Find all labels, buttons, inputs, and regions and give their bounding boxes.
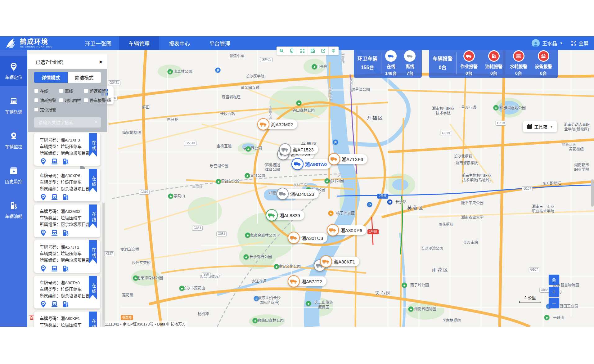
vehicle-card[interactable]: 车牌号码：湘A90TA0车辆类型：垃圾压缩车所属组织：厨余垃圾项目部在线: [34, 276, 100, 308]
browser-scrollbar[interactable]: [591, 179, 594, 207]
bus-icon[interactable]: [51, 301, 58, 309]
checkbox-icon[interactable]: [34, 98, 38, 102]
poi-label: 燕子岭公园: [410, 283, 429, 288]
map-tool-magnifier[interactable]: [277, 47, 287, 55]
checkbox-icon[interactable]: [34, 89, 38, 93]
map-tool-share[interactable]: [318, 47, 329, 55]
bus-icon[interactable]: [51, 265, 58, 273]
vehicle-plate: 车牌号码：湘A80KF1: [40, 315, 96, 322]
poi-label: 湖南农业大学: [461, 215, 484, 220]
fuel-icon[interactable]: [62, 301, 69, 309]
filter-checkbox-2[interactable]: 超速报警: [84, 88, 106, 94]
org-header[interactable]: 已选7个组织 ▶: [28, 54, 107, 69]
m2-badge: 2号线: [377, 194, 388, 199]
vehicle-type: 车辆类型：垃圾压缩车: [40, 322, 96, 327]
search-box[interactable]: [34, 117, 101, 128]
pin-car-icon[interactable]: [40, 158, 47, 166]
fuel-icon[interactable]: [62, 158, 69, 166]
filter-box: 详情模式简洁模式 在线离线超速报警油耗报警超出围栏停车报警定位报警: [28, 69, 107, 132]
fuel-icon[interactable]: [62, 265, 69, 273]
pin-car-icon[interactable]: [40, 265, 47, 273]
vehicle-plate: 车牌号码：湘A90TA0: [40, 280, 96, 286]
district-label: 开福区: [367, 115, 384, 121]
vehicle-plate: 车牌号码：湘A57JT2: [40, 244, 96, 250]
filter-checkbox-4[interactable]: 超出围栏: [59, 97, 84, 103]
poi-label: 银星湾公园: [351, 88, 370, 92]
card-scrollbar-thumb[interactable]: [102, 133, 105, 203]
offline-stat: 离线 7台: [400, 50, 419, 76]
poi-label: 简家坳枢纽: [122, 131, 141, 135]
pin-car-icon[interactable]: [40, 301, 47, 309]
vehicle-card[interactable]: 车牌号码：湘A30XP6车辆类型：垃圾压缩车所属组织：厨余垃圾项目部在线: [34, 169, 100, 201]
poi-label: 杨梅冲: [198, 312, 209, 317]
road-badge: G354: [192, 226, 203, 231]
checkbox-icon[interactable]: [59, 98, 63, 102]
fuel-icon[interactable]: [62, 194, 69, 202]
filter-checkbox-1[interactable]: 离线: [59, 88, 84, 94]
locate-button[interactable]: ◎: [549, 275, 559, 285]
video-icon: [9, 166, 18, 176]
zoom-out-button[interactable]: −: [549, 298, 559, 308]
search-input[interactable]: [38, 120, 95, 125]
org-header-label: 已选7个组织: [35, 58, 63, 65]
filter-checkbox-6[interactable]: 定位报警: [34, 106, 59, 112]
checkbox-icon[interactable]: [84, 89, 88, 93]
bus-icon[interactable]: [51, 194, 58, 202]
alarm-count: 0台: [429, 63, 456, 72]
map-tool-device[interactable]: [287, 47, 298, 55]
sidebar-item-0[interactable]: 车辆定位: [0, 56, 27, 86]
fleet-stat-card: 环卫车辆 155台 在线 148台 离线 7台: [354, 48, 422, 78]
alarm-item-count: 0台: [490, 70, 497, 76]
vehicle-card[interactable]: 车牌号码：湘A80KF1车辆类型：垃圾压缩车所属组织：厨余垃圾项目部在线: [34, 312, 100, 327]
sidebar-item-4[interactable]: 车辆油耗: [0, 195, 27, 225]
zoom-in-button[interactable]: +: [549, 287, 559, 297]
vehicle-plate: 车牌号码：湘A32M02: [40, 208, 96, 215]
map-tool-save[interactable]: [308, 47, 318, 55]
poi-label: 湖南警察学院: [456, 161, 478, 166]
park-poi-icon: ♣: [216, 179, 221, 184]
bus-icon[interactable]: [51, 158, 58, 166]
m1-badge: 1号线: [367, 229, 379, 234]
truck-marker-icon: [266, 209, 278, 221]
expand-right-icon[interactable]: ▶: [100, 59, 103, 64]
district-label: 芙蓉区: [407, 205, 424, 211]
nav-item-0[interactable]: 环卫一张图: [78, 36, 119, 50]
tab-0[interactable]: 详情模式: [34, 72, 68, 83]
vehicle-card[interactable]: 车牌号码：湘A71XF3车辆类型：垃圾压缩车所属组织：厨余垃圾项目部在线: [34, 133, 100, 166]
bus-icon[interactable]: [51, 229, 58, 238]
poi-label: 狮峰山森林公园: [258, 318, 284, 323]
map-tool-expand[interactable]: [297, 47, 308, 55]
user-menu[interactable]: 王水晶 ▼: [532, 39, 563, 47]
toolbox-button[interactable]: 工具箱 ▼: [523, 121, 557, 132]
sidebar-item-1[interactable]: 车辆轨迹: [0, 91, 27, 121]
map-tool-gear[interactable]: [329, 47, 339, 55]
pin-car-icon[interactable]: [40, 229, 47, 238]
vehicle-card[interactable]: 车牌号码：湘A32M02车辆类型：垃圾压缩车所属组织：厨余垃圾项目部在线: [34, 204, 100, 237]
toolbox-icon: [527, 125, 532, 129]
truck-marker-icon: [291, 158, 304, 170]
tab-1[interactable]: 简洁模式: [68, 72, 101, 83]
fuel-icon[interactable]: [62, 229, 69, 238]
checkbox-icon[interactable]: [34, 107, 38, 112]
park-poi-icon: ♣: [493, 105, 499, 110]
vehicle-card[interactable]: 车牌号码：湘A57JT2车辆类型：垃圾压缩车所属组织：厨余垃圾项目部在线: [34, 240, 100, 273]
fullscreen-button[interactable]: 全屏: [571, 39, 588, 47]
search-icon[interactable]: [95, 120, 98, 125]
sidebar-item-2[interactable]: 车辆监控: [0, 126, 27, 155]
filter-checkbox-0[interactable]: 在线: [34, 88, 59, 94]
nav-item-1[interactable]: 车辆管理: [119, 36, 159, 50]
nav-menu: 环卫一张图车辆管理报表中心平台管理: [78, 36, 240, 50]
checkbox-icon[interactable]: [59, 89, 63, 93]
filter-checkbox-3[interactable]: 油耗报警: [34, 97, 59, 103]
nav-item-3[interactable]: 平台管理: [200, 36, 240, 50]
checkbox-icon[interactable]: [84, 98, 88, 102]
nav-item-2[interactable]: 报表中心: [159, 36, 200, 50]
poi-label: 雨花枢纽: [439, 222, 453, 227]
sidebar-item-3[interactable]: 历史监控: [0, 160, 27, 190]
pin-car-icon[interactable]: [40, 194, 47, 202]
parking-poi-icon: P: [333, 140, 338, 145]
poi-label: 东方韵动汇: [542, 181, 561, 186]
filter-checkbox-5[interactable]: 停车报警: [84, 97, 106, 103]
park-poi-icon: ♣: [544, 315, 550, 320]
app-page: 鹤成环境 HE CHENG HUAN JING 环卫一张图车辆管理报表中心平台管…: [0, 36, 594, 327]
